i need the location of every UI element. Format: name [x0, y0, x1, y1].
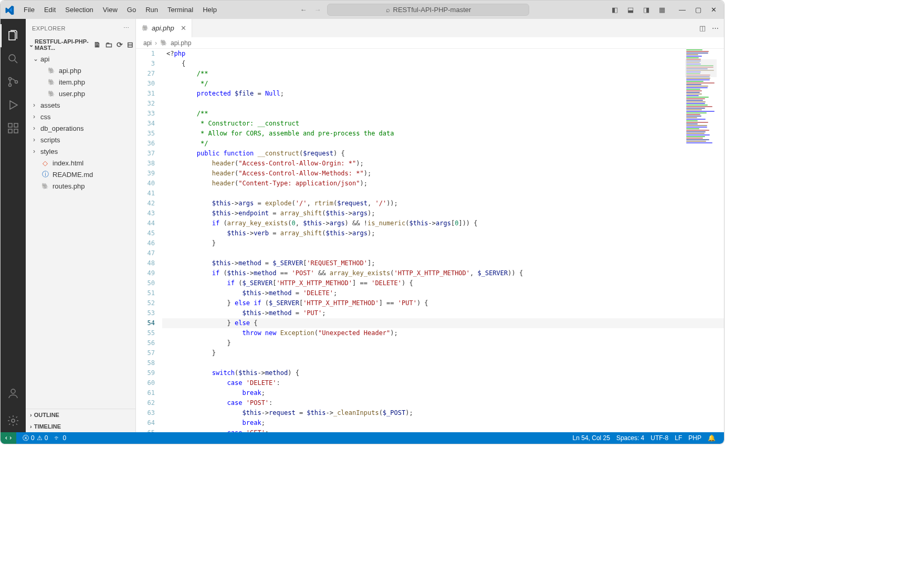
file-item[interactable]: 🐘item.php: [26, 76, 135, 88]
svg-rect-6: [14, 129, 18, 133]
php-file-icon: 🐘: [40, 183, 50, 190]
menu-file[interactable]: File: [19, 4, 39, 16]
folder-item[interactable]: ›db_operations: [26, 122, 135, 134]
folder-item[interactable]: ›css: [26, 111, 135, 122]
refresh-icon[interactable]: ⟳: [117, 40, 123, 49]
new-folder-icon[interactable]: 🗀: [105, 40, 112, 49]
new-file-icon[interactable]: 🗎: [93, 40, 101, 49]
svg-point-0: [9, 55, 15, 61]
folder-item[interactable]: ›styles: [26, 145, 135, 157]
menu-go[interactable]: Go: [123, 4, 140, 16]
tab-api-php[interactable]: 🐘 api.php ✕: [136, 19, 192, 37]
radio-tower-icon: ᯤ: [54, 434, 60, 442]
minimize-button[interactable]: —: [676, 4, 689, 16]
notifications-icon[interactable]: 🔔: [705, 434, 719, 442]
close-tab-icon[interactable]: ✕: [181, 24, 186, 32]
svg-point-1: [9, 78, 12, 80]
explorer-sidebar: EXPLORER ⋯ ⌄ RESTFUL-API-PHP-MAST... 🗎 🗀…: [26, 19, 136, 432]
folder-item[interactable]: ⌄api: [26, 53, 135, 65]
svg-point-3: [15, 81, 18, 84]
cursor-position[interactable]: Ln 54, Col 25: [570, 434, 613, 442]
breadcrumb-item[interactable]: api.php: [171, 39, 191, 47]
tab-label: api.php: [152, 24, 174, 32]
file-item[interactable]: 🐘routes.php: [26, 180, 135, 192]
status-bar: ⓧ0 ⚠0 ᯤ0 Ln 54, Col 25 Spaces: 4 UTF-8 L…: [1, 432, 724, 444]
menu-selection[interactable]: Selection: [61, 4, 97, 16]
chevron-right-icon: ›: [33, 148, 40, 155]
collapse-all-icon[interactable]: ⊟: [127, 40, 133, 49]
menu-help[interactable]: Help: [198, 4, 221, 16]
php-file-icon: 🐘: [47, 79, 56, 86]
main-menu: FileEditSelectionViewGoRunTerminalHelp: [19, 4, 221, 16]
vscode-icon: [5, 5, 14, 15]
customize-layout-icon[interactable]: ▦: [656, 4, 668, 16]
indentation[interactable]: Spaces: 4: [613, 434, 647, 442]
eol[interactable]: LF: [671, 434, 685, 442]
editor-more-icon[interactable]: ⋯: [712, 24, 719, 32]
code-editor[interactable]: 1327303132333435363738394041424344454647…: [136, 49, 724, 432]
chevron-right-icon: ›: [155, 39, 157, 47]
command-center-label: RESTful-API-PHP-master: [393, 6, 471, 14]
file-item[interactable]: ◇index.html: [26, 157, 135, 169]
project-name: RESTFUL-API-PHP-MAST...: [35, 38, 93, 51]
chevron-right-icon: ›: [33, 101, 40, 109]
source-control-view-icon[interactable]: [1, 70, 26, 93]
accounts-icon[interactable]: [1, 382, 26, 405]
svg-rect-5: [8, 129, 12, 133]
settings-gear-icon[interactable]: [1, 409, 26, 432]
code-content[interactable]: <?php { /** */ protected $file = Null; /…: [162, 49, 724, 432]
chevron-down-icon: ⌄: [29, 41, 34, 48]
svg-point-8: [11, 389, 15, 393]
info-icon: ⓘ: [40, 170, 50, 179]
nav-forward-icon[interactable]: →: [314, 6, 321, 14]
error-icon: ⓧ: [23, 434, 29, 443]
close-window-button[interactable]: ✕: [708, 4, 720, 16]
php-file-icon: 🐘: [47, 90, 56, 97]
svg-rect-7: [14, 123, 18, 127]
split-editor-icon[interactable]: ◫: [699, 24, 706, 32]
outline-panel-header[interactable]: ›OUTLINE: [26, 409, 135, 421]
chevron-right-icon: ›: [33, 124, 40, 132]
svg-point-9: [12, 419, 15, 422]
encoding[interactable]: UTF-8: [647, 434, 671, 442]
command-center[interactable]: ⌕ RESTful-API-PHP-master: [327, 4, 529, 16]
folder-item[interactable]: ›assets: [26, 99, 135, 111]
menu-run[interactable]: Run: [141, 4, 162, 16]
activity-bar: [1, 19, 26, 432]
file-item[interactable]: ⓘREADME.md: [26, 169, 135, 180]
breadcrumb-item[interactable]: api: [143, 39, 152, 47]
chevron-right-icon: ›: [33, 136, 40, 143]
php-file-icon: 🐘: [47, 67, 56, 74]
search-view-icon[interactable]: [1, 47, 26, 70]
menu-view[interactable]: View: [99, 4, 122, 16]
maximize-button[interactable]: ▢: [692, 4, 705, 16]
chevron-right-icon: ›: [30, 423, 32, 430]
toggle-secondary-sidebar-icon[interactable]: ◨: [640, 4, 653, 16]
explorer-view-icon[interactable]: [1, 24, 26, 47]
search-icon: ⌕: [386, 6, 390, 14]
problems-indicator[interactable]: ⓧ0 ⚠0: [19, 434, 51, 443]
chevron-right-icon: ›: [30, 412, 32, 418]
explorer-more-icon[interactable]: ⋯: [123, 25, 130, 32]
editor-tabs: 🐘 api.php ✕ ◫ ⋯: [136, 19, 724, 37]
file-tree: ⌄api🐘api.php🐘item.php🐘user.php›assets›cs…: [26, 52, 135, 409]
extensions-view-icon[interactable]: [1, 117, 26, 140]
breadcrumb[interactable]: api › 🐘 api.php: [136, 37, 724, 49]
toggle-primary-sidebar-icon[interactable]: ◧: [608, 4, 621, 16]
toggle-panel-icon[interactable]: ⬓: [624, 4, 637, 16]
run-debug-view-icon[interactable]: [1, 93, 26, 117]
minimap[interactable]: [685, 49, 717, 122]
language-mode[interactable]: PHP: [685, 434, 705, 442]
menu-edit[interactable]: Edit: [40, 4, 60, 16]
timeline-panel-header[interactable]: ›TIMELINE: [26, 421, 135, 432]
file-item[interactable]: 🐘api.php: [26, 65, 135, 76]
file-item[interactable]: 🐘user.php: [26, 88, 135, 99]
menu-terminal[interactable]: Terminal: [163, 4, 197, 16]
folder-item[interactable]: ›scripts: [26, 134, 135, 145]
php-file-icon: 🐘: [141, 25, 149, 32]
remote-indicator[interactable]: [1, 432, 16, 444]
project-header[interactable]: ⌄ RESTFUL-API-PHP-MAST... 🗎 🗀 ⟳ ⊟: [26, 37, 135, 52]
nav-back-icon[interactable]: ←: [300, 6, 307, 14]
ports-indicator[interactable]: ᯤ0: [51, 434, 69, 442]
html-file-icon: ◇: [40, 159, 50, 167]
